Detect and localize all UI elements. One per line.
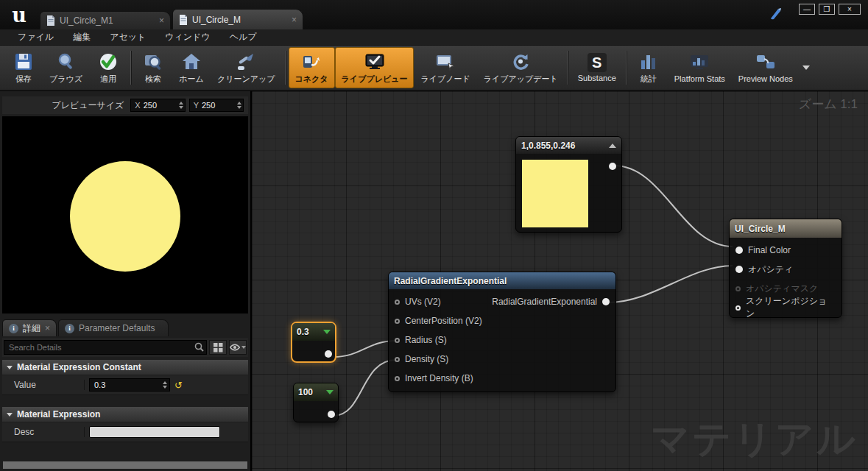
maximize-button[interactable]: ❒ [819, 4, 835, 15]
section-material-expression-constant[interactable]: Material Expression Constant [2, 360, 248, 375]
tab-details[interactable]: i 詳細 × [2, 319, 57, 336]
menu-item-window[interactable]: ウィンドウ [156, 29, 219, 45]
node-title: 100 [298, 387, 313, 397]
input-row-invert-density: Invert Density (B) [389, 369, 615, 388]
dropdown-caret-icon[interactable] [323, 330, 331, 334]
wire-const03-to-radius [334, 341, 396, 357]
asset-tab-ui-circle-m[interactable]: UI_Circle_M × [172, 9, 303, 29]
pin-label: オパシティ [748, 263, 793, 276]
pin-label: Invert Density (B) [405, 373, 473, 383]
visibility-filter-button[interactable] [229, 340, 247, 355]
search-details-input[interactable] [4, 340, 207, 355]
stepper-arrows-icon[interactable] [179, 102, 183, 109]
reset-to-default-icon[interactable]: ↺ [174, 380, 183, 390]
minimize-button[interactable]: — [799, 4, 815, 15]
tab-close-icon[interactable]: × [45, 324, 50, 333]
output-pin[interactable] [609, 163, 616, 170]
dropdown-caret-icon[interactable] [326, 390, 334, 394]
save-button[interactable]: 保存 [4, 47, 43, 88]
value-text[interactable]: 0.3 [94, 380, 105, 389]
menu-item-help[interactable]: ヘルプ [221, 29, 266, 45]
node-color-constant[interactable]: 1,0.855,0.246 [515, 136, 622, 233]
live-preview-toggle-button[interactable]: ライブプレビュー [335, 47, 414, 88]
connector-toggle-button[interactable]: コネクタ [289, 47, 335, 88]
browse-button[interactable]: ブラウズ [43, 47, 89, 88]
x-value[interactable]: 250 [144, 101, 176, 110]
info-icon: i [9, 324, 18, 333]
tab-close-icon[interactable]: × [292, 15, 297, 24]
menu-item-asset[interactable]: アセット [101, 29, 155, 45]
cleanup-button[interactable]: クリーンアップ [211, 47, 282, 88]
stepper-arrows-icon[interactable] [163, 381, 167, 389]
menu-item-edit[interactable]: 編集 [64, 29, 99, 45]
title-bar: u UI_Circle_M1 × UI_Circle_M × — ❒ × [0, 0, 868, 29]
pin-label: スクリーンポジション [746, 295, 836, 320]
input-pin[interactable] [395, 338, 400, 343]
node-material-result[interactable]: UI_Circle_M Final Color オパシティ オパシティマスク [729, 219, 842, 318]
input-pin[interactable] [395, 376, 400, 381]
wire-color-to-finalcolor [614, 166, 733, 247]
platform-stats-icon [688, 52, 710, 73]
value-spinbox[interactable]: 0.3 [89, 378, 170, 392]
node-header[interactable]: 0.3 [292, 323, 335, 341]
stats-button[interactable]: 統計 [629, 47, 668, 88]
input-pin[interactable] [395, 357, 400, 362]
stepper-arrows-icon[interactable] [237, 102, 241, 109]
input-pin[interactable] [735, 247, 743, 254]
property-value-cell [85, 426, 220, 438]
search-button[interactable]: 検索 [134, 47, 172, 88]
connector-icon [300, 52, 322, 72]
y-value[interactable]: 250 [202, 101, 234, 110]
tab-parameter-defaults[interactable]: i Parameter Defaults [58, 319, 169, 336]
tab-close-icon[interactable]: × [159, 16, 164, 25]
output-pin[interactable] [602, 298, 610, 305]
material-graph-canvas[interactable]: ズーム 1:1 1,0.855,0.246 RadialGradient [252, 91, 868, 471]
input-pin[interactable] [735, 266, 743, 273]
node-header[interactable]: UI_Circle_M [730, 219, 841, 238]
pin-label: Radius (S) [405, 335, 447, 345]
output-pin[interactable] [325, 350, 332, 358]
document-icon [179, 15, 188, 25]
section-title: Material Expression [17, 409, 100, 419]
close-button[interactable]: × [839, 4, 861, 15]
desc-input[interactable] [89, 426, 220, 438]
node-header[interactable]: 100 [294, 383, 338, 401]
preview-size-y-stepper[interactable]: Y 250 [189, 99, 244, 112]
live-update-button[interactable]: ライブアップデート [477, 47, 565, 88]
pin-label: Density (S) [405, 354, 448, 364]
node-constant-radius[interactable]: 0.3 [291, 322, 336, 363]
apply-button[interactable]: 適用 [89, 47, 127, 88]
search-icon [194, 342, 204, 352]
preview-nodes-icon [755, 52, 777, 73]
toolbar-separator [285, 51, 286, 85]
node-constant-density[interactable]: 100 [293, 383, 339, 422]
cleanup-icon [235, 52, 257, 72]
section-material-expression[interactable]: Material Expression [2, 407, 248, 422]
preview-size-x-stepper[interactable]: X 250 [130, 99, 185, 112]
property-matrix-button[interactable] [209, 340, 227, 355]
material-preview-viewport[interactable] [2, 116, 248, 314]
brush-icon[interactable] [769, 6, 783, 21]
menu-item-file[interactable]: ファイル [9, 29, 63, 45]
asset-tab-ui-circle-m1[interactable]: UI_Circle_M1 × [40, 11, 171, 29]
live-nodes-button[interactable]: ライブノード [414, 47, 476, 88]
panel-resize-grip[interactable] [3, 461, 247, 469]
color-swatch [522, 160, 588, 227]
grid-icon [214, 343, 223, 353]
home-button[interactable]: ホーム [172, 47, 211, 88]
node-radial-gradient-exponential[interactable]: RadialGradientExponential RadialGradient… [388, 272, 616, 392]
input-pin[interactable] [735, 305, 741, 311]
platform-stats-button[interactable]: Platform Stats [668, 47, 732, 88]
eye-icon [230, 344, 240, 351]
preview-nodes-button[interactable]: Preview Nodes [732, 47, 800, 88]
node-header[interactable]: RadialGradientExponential [389, 272, 615, 289]
input-pin[interactable] [395, 319, 400, 324]
details-search-row [2, 338, 248, 357]
collapse-icon[interactable] [609, 144, 616, 148]
preview-nodes-dropdown-icon[interactable] [802, 65, 810, 70]
node-title: RadialGradientExponential [394, 276, 507, 286]
toolbar: 保存 ブラウズ 適用 検索 ホーム クリーンアップ コネクタ [0, 46, 868, 91]
node-header[interactable]: 1,0.855,0.246 [516, 137, 621, 154]
substance-button[interactable]: S Substance [571, 47, 623, 88]
output-pin[interactable] [328, 411, 335, 418]
